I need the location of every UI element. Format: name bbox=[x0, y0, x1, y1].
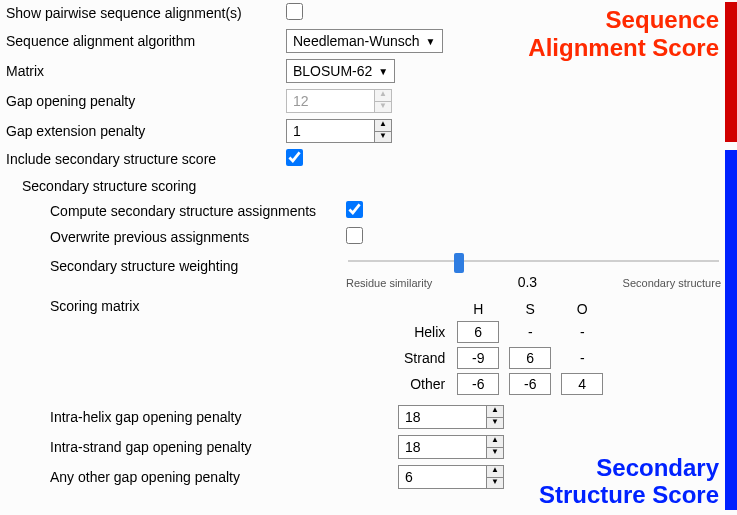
spin-down-icon[interactable]: ▼ bbox=[486, 478, 504, 490]
matrix-label: Matrix bbox=[6, 63, 286, 79]
matrix-cell-hs: - bbox=[509, 324, 551, 340]
intra-helix-label: Intra-helix gap opening penalty bbox=[6, 409, 398, 425]
spin-up-icon[interactable]: ▲ bbox=[374, 119, 392, 132]
spin-up-icon[interactable]: ▲ bbox=[486, 435, 504, 448]
spin-down-icon[interactable]: ▼ bbox=[486, 448, 504, 460]
gap-open-label: Gap opening penalty bbox=[6, 93, 286, 109]
spin-up-icon: ▲ bbox=[374, 89, 392, 102]
matrix-cell-oh[interactable] bbox=[457, 373, 499, 395]
spin-up-icon[interactable]: ▲ bbox=[486, 465, 504, 478]
side-bar-secondary bbox=[725, 150, 737, 510]
matrix-col-o: O bbox=[557, 300, 607, 318]
scoring-matrix: H S O Helix - - Strand - Other bbox=[398, 298, 609, 398]
matrix-cell-so: - bbox=[561, 350, 603, 366]
matrix-select-value: BLOSUM-62 bbox=[293, 63, 372, 79]
weighting-label: Secondary structure weighting bbox=[6, 254, 346, 274]
algorithm-label: Sequence alignment algorithm bbox=[6, 33, 286, 49]
spin-up-icon[interactable]: ▲ bbox=[486, 405, 504, 418]
matrix-cell-sh[interactable] bbox=[457, 347, 499, 369]
matrix-row-helix: Helix bbox=[400, 320, 451, 344]
chevron-down-icon: ▼ bbox=[378, 66, 388, 77]
matrix-col-s: S bbox=[505, 300, 555, 318]
intra-strand-value: 18 bbox=[398, 435, 486, 459]
matrix-cell-oo[interactable] bbox=[561, 373, 603, 395]
matrix-cell-ss[interactable] bbox=[509, 347, 551, 369]
gap-ext-spinner[interactable]: 1 ▲ ▼ bbox=[286, 119, 392, 143]
intra-helix-spinner[interactable]: 18 ▲ ▼ bbox=[398, 405, 504, 429]
gap-ext-value: 1 bbox=[286, 119, 374, 143]
matrix-cell-ho: - bbox=[561, 324, 603, 340]
weighting-slider[interactable] bbox=[348, 254, 719, 268]
show-pairwise-checkbox[interactable] bbox=[286, 3, 303, 20]
secondary-scoring-heading: Secondary structure scoring bbox=[0, 172, 737, 198]
compute-assignments-label: Compute secondary structure assignments bbox=[6, 203, 346, 219]
overwrite-assignments-label: Overwrite previous assignments bbox=[6, 229, 346, 245]
intra-helix-value: 18 bbox=[398, 405, 486, 429]
matrix-select[interactable]: BLOSUM-62 ▼ bbox=[286, 59, 395, 83]
compute-assignments-checkbox[interactable] bbox=[346, 201, 363, 218]
matrix-cell-os[interactable] bbox=[509, 373, 551, 395]
matrix-col-h: H bbox=[453, 300, 503, 318]
matrix-cell-hh[interactable] bbox=[457, 321, 499, 343]
slider-rail bbox=[348, 260, 719, 262]
spin-down-icon[interactable]: ▼ bbox=[486, 418, 504, 430]
weighting-left-caption: Residue similarity bbox=[346, 277, 432, 289]
include-secondary-label: Include secondary structure score bbox=[6, 151, 286, 167]
show-pairwise-label: Show pairwise sequence alignment(s) bbox=[6, 5, 286, 21]
algorithm-select-value: Needleman-Wunsch bbox=[293, 33, 420, 49]
other-gap-value: 6 bbox=[398, 465, 486, 489]
weighting-value: 0.3 bbox=[432, 274, 622, 290]
side-bar-sequence bbox=[725, 2, 737, 142]
intra-strand-spinner[interactable]: 18 ▲ ▼ bbox=[398, 435, 504, 459]
gap-open-spinner: 12 ▲ ▼ bbox=[286, 89, 392, 113]
algorithm-select[interactable]: Needleman-Wunsch ▼ bbox=[286, 29, 443, 53]
gap-open-value: 12 bbox=[286, 89, 374, 113]
spin-down-icon[interactable]: ▼ bbox=[374, 132, 392, 144]
slider-thumb[interactable] bbox=[454, 253, 464, 273]
intra-strand-label: Intra-strand gap opening penalty bbox=[6, 439, 398, 455]
chevron-down-icon: ▼ bbox=[426, 36, 436, 47]
weighting-right-caption: Secondary structure bbox=[623, 277, 721, 289]
other-gap-spinner[interactable]: 6 ▲ ▼ bbox=[398, 465, 504, 489]
side-label-sequence: SequenceAlignment Score bbox=[528, 6, 719, 61]
scoring-matrix-label: Scoring matrix bbox=[6, 298, 346, 314]
matrix-row-other: Other bbox=[400, 372, 451, 396]
overwrite-assignments-checkbox[interactable] bbox=[346, 227, 363, 244]
gap-ext-label: Gap extension penalty bbox=[6, 123, 286, 139]
include-secondary-checkbox[interactable] bbox=[286, 149, 303, 166]
other-gap-label: Any other gap opening penalty bbox=[6, 469, 398, 485]
spin-down-icon: ▼ bbox=[374, 102, 392, 114]
matrix-row-strand: Strand bbox=[400, 346, 451, 370]
side-label-secondary: SecondaryStructure Score bbox=[539, 454, 719, 509]
